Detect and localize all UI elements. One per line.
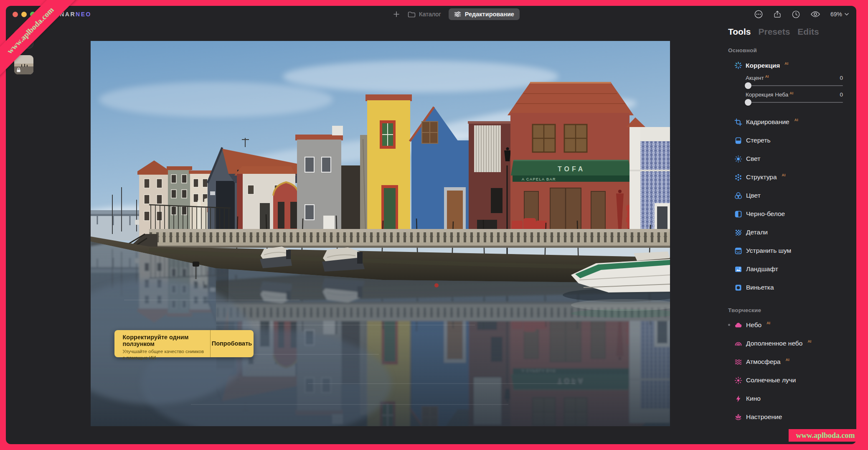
slider-value: 0: [840, 75, 843, 81]
section-essentials: Основной: [728, 47, 843, 53]
creative-tool-list: НебоAI Дополненное небоAI АтмосфераAI Со…: [728, 316, 843, 426]
black-white-icon: [734, 210, 742, 218]
tab-editing[interactable]: Редактирование: [449, 8, 520, 20]
minimize-window-button[interactable]: [21, 12, 27, 17]
crop-icon: [734, 118, 742, 126]
accent-slider-thumb[interactable]: [745, 82, 751, 89]
landscape-icon: [734, 265, 742, 273]
tab-editing-label: Редактирование: [465, 11, 514, 18]
tool-landscape[interactable]: Ландшафт: [728, 260, 843, 278]
share-export-icon[interactable]: [773, 10, 782, 19]
tool-structure[interactable]: СтруктураAI: [728, 168, 843, 186]
titlebar: LUMINARNEO Каталог Редактирование: [6, 6, 856, 23]
panel-tabs: Tools Presets Edits: [728, 27, 843, 37]
slider-value: 0: [840, 92, 843, 98]
sky-correction-slider[interactable]: [746, 102, 843, 103]
close-window-button[interactable]: [13, 12, 18, 17]
tool-color[interactable]: Цвет: [728, 186, 843, 205]
screenshot-frame: LUMINARNEO Каталог Редактирование: [0, 0, 868, 450]
canvas-photo-aveiro: TOFA A CAPELA BAR: [91, 41, 670, 426]
tool-atmosphere[interactable]: АтмосфераAI: [728, 353, 843, 371]
section-creative: Творческие: [728, 307, 843, 313]
sky-cloud-icon: [734, 321, 742, 329]
tab-edits[interactable]: Edits: [797, 27, 819, 37]
correction-sliders: Акцент AI 0 Коррекция Неба AI 0: [746, 75, 843, 103]
tool-cinema[interactable]: Кино: [728, 389, 843, 408]
editor-workspace: TOFA A CAPELA BAR: [42, 23, 718, 444]
slider-label: Акцент: [746, 75, 764, 81]
tool-correction[interactable]: Коррекция AI: [728, 61, 843, 69]
slider-label: Коррекция Неба: [746, 92, 788, 98]
tooltip-title: Корректируйте одним ползунком: [123, 334, 205, 347]
tab-catalog[interactable]: Каталог: [408, 11, 441, 18]
tool-label: Коррекция: [746, 62, 780, 69]
tooltip-try-button[interactable]: Попробовать: [210, 330, 254, 357]
sun-rays-icon: [734, 376, 742, 384]
tool-black-white[interactable]: Черно-белое: [728, 205, 843, 223]
structure-dots-icon: [734, 173, 742, 181]
tool-details[interactable]: Детали: [728, 223, 843, 242]
accent-slider-row: Акцент AI 0: [746, 75, 843, 86]
plus-icon: [393, 11, 400, 18]
folder-icon: [408, 11, 416, 18]
filmstrip-rail: [6, 23, 42, 444]
sky-correction-slider-row: Коррекция Неба AI 0: [746, 92, 843, 103]
svg-text:TOFA: TOFA: [558, 165, 585, 173]
preview-eye-icon[interactable]: [810, 11, 820, 18]
accent-slider[interactable]: [746, 85, 843, 86]
history-clock-icon[interactable]: [792, 10, 800, 19]
ai-badge: AI: [765, 74, 769, 79]
tab-tools[interactable]: Tools: [728, 27, 751, 37]
color-circles-icon: [734, 192, 742, 200]
cinema-bolt-icon: [734, 395, 742, 403]
edited-indicator-dot: [728, 324, 730, 326]
photo-canvas[interactable]: TOFA A CAPELA BAR: [91, 41, 670, 426]
tool-light[interactable]: Свет: [728, 150, 843, 168]
denoise-icon: [734, 247, 742, 255]
eraser-icon: [734, 137, 742, 145]
add-photos-button[interactable]: [393, 10, 400, 18]
vignette-icon: [734, 284, 742, 292]
ai-badge: AI: [784, 61, 788, 66]
tool-list: КадрированиеAI Стереть Свет СтруктураAI: [728, 113, 843, 297]
tab-presets[interactable]: Presets: [758, 27, 790, 37]
tool-mood[interactable]: Настроение: [728, 408, 843, 426]
app-window: LUMINARNEO Каталог Редактирование: [6, 6, 856, 444]
lock-icon: [16, 67, 21, 73]
chevron-down-icon: [845, 13, 849, 15]
svg-text:A CAPELA BAR: A CAPELA BAR: [522, 177, 556, 181]
light-sun-icon: [734, 155, 742, 163]
sparkle-icon: [734, 61, 742, 69]
details-checker-icon: [734, 229, 742, 236]
tab-catalog-label: Каталог: [419, 11, 441, 18]
zoom-level-value: 69%: [830, 11, 842, 18]
tool-vignette[interactable]: Виньетка: [728, 278, 843, 297]
watermark-badge: www.aplboda.com: [789, 429, 862, 442]
tooltip-subtitle: Улучшайте общее качество снимковс помощь…: [123, 348, 205, 361]
tool-denoise[interactable]: Устранить шум: [728, 242, 843, 260]
zoom-level-control[interactable]: 69%: [830, 11, 849, 18]
tool-sky[interactable]: НебоAI: [728, 316, 843, 334]
onboarding-tooltip: Корректируйте одним ползунком Улучшайте …: [114, 330, 254, 357]
augmented-sky-icon: [734, 340, 742, 348]
ai-badge: AI: [789, 91, 793, 95]
tool-erase[interactable]: Стереть: [728, 131, 843, 150]
mood-lotus-icon: [734, 413, 742, 421]
tool-crop[interactable]: КадрированиеAI: [728, 113, 843, 131]
sliders-icon: [454, 11, 461, 17]
tool-augmented-sky[interactable]: Дополненное небоAI: [728, 334, 843, 353]
edit-panel: Tools Presets Edits Основной Коррекция A…: [718, 23, 856, 444]
tool-sunrays[interactable]: Солнечные лучи: [728, 371, 843, 389]
sky-correction-slider-thumb[interactable]: [745, 99, 751, 106]
more-options-icon[interactable]: [754, 10, 763, 19]
atmosphere-waves-icon: [734, 358, 742, 366]
